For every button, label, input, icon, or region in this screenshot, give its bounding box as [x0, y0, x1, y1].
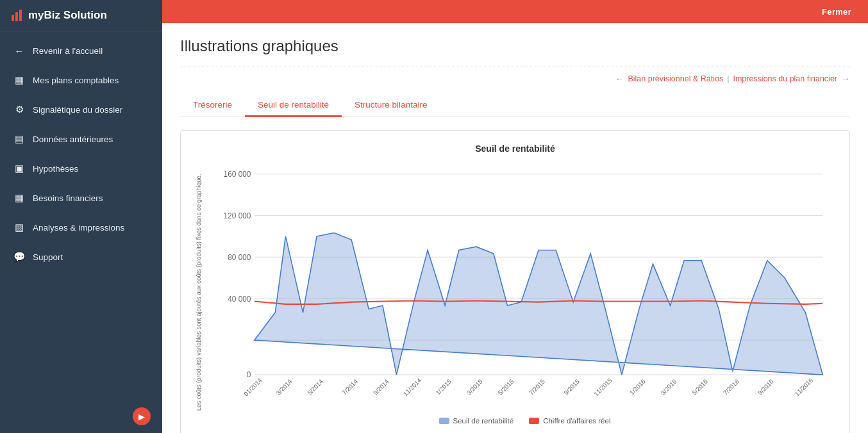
chart-title: Seuil de rentabilité [194, 143, 837, 154]
nav-arrow-right-icon: → [841, 74, 850, 84]
top-bar: Fermer [162, 0, 868, 23]
logo-bar-3 [19, 10, 22, 21]
svg-text:5/2015: 5/2015 [497, 378, 515, 396]
legend-color-seuil [439, 418, 449, 424]
sidebar-item-plans[interactable]: ▦ Mes plans comptables [0, 65, 162, 95]
svg-text:11/2015: 11/2015 [592, 377, 613, 398]
svg-text:01/2014: 01/2014 [242, 377, 263, 398]
area-seuil [255, 233, 822, 375]
legend-item-ca: Chiffre d'affaires réel [529, 417, 610, 425]
nav-link-bilan[interactable]: Bilan prévisionnel & Ratios [628, 74, 723, 83]
svg-text:120 000: 120 000 [224, 211, 251, 220]
svg-text:160 000: 160 000 [224, 170, 251, 179]
sidebar-collapse-button[interactable]: ▶ [133, 407, 151, 425]
content-area: Illustrations graphiques ← Bilan prévisi… [162, 23, 868, 433]
svg-text:7/2015: 7/2015 [528, 378, 546, 396]
sidebar: myBiz Solution ← Revenir à l'accueil ▦ M… [0, 0, 162, 433]
main-area: Fermer Illustrations graphiques ← Bilan … [162, 0, 868, 433]
svg-text:3/2016: 3/2016 [660, 378, 678, 396]
page-title: Illustrations graphiques [180, 37, 850, 55]
chart-legend: Seuil de rentabilité Chiffre d'affaires … [213, 417, 837, 425]
chart-svg: 160 000 120 000 80 000 40 000 0 [213, 160, 837, 409]
svg-text:9/2014: 9/2014 [372, 377, 390, 396]
clipboard-icon: ▣ [13, 163, 25, 174]
sidebar-label-analyses: Analyses & impressions [33, 223, 124, 233]
sidebar-label-accueil: Revenir à l'accueil [33, 46, 103, 56]
svg-text:80 000: 80 000 [228, 253, 251, 262]
sidebar-item-donnees[interactable]: ▤ Données antérieures [0, 124, 162, 154]
sidebar-item-analyses[interactable]: ▨ Analyses & impressions [0, 213, 162, 242]
legend-color-ca [529, 418, 539, 424]
nav-arrow-left-icon: ← [615, 74, 624, 84]
legend-label-seuil: Seuil de rentabilité [453, 417, 514, 425]
svg-text:7/2014: 7/2014 [340, 377, 359, 396]
nav-link-impressions[interactable]: Impressions du plan financier [733, 74, 837, 83]
logo-bar-1 [12, 15, 14, 21]
sidebar-label-donnees: Données antérieures [33, 135, 113, 144]
svg-text:5/2014: 5/2014 [306, 377, 324, 396]
svg-text:3/2014: 3/2014 [275, 377, 294, 396]
svg-text:1/2016: 1/2016 [628, 378, 647, 396]
sidebar-label-plans: Mes plans comptables [33, 76, 119, 85]
fermer-button[interactable]: Fermer [813, 3, 860, 20]
sidebar-label-support: Support [33, 252, 63, 262]
logo-icon [12, 10, 22, 21]
chart-container: Seuil de rentabilité Les coûts (produits… [180, 130, 850, 433]
svg-text:40 000: 40 000 [228, 295, 251, 304]
sidebar-item-besoins[interactable]: ▦ Besoins financiers [0, 183, 162, 213]
gear-icon: ⚙ [13, 104, 25, 115]
sidebar-label-hypotheses: Hypothèses [33, 164, 78, 174]
svg-text:3/2015: 3/2015 [465, 378, 484, 396]
tab-seuil[interactable]: Seuil de rentabilité [245, 94, 342, 117]
y-axis-label: Les coûts (produits) variables sont ajou… [194, 160, 213, 425]
calendar-icon: ▦ [13, 74, 25, 86]
sidebar-item-signaletique[interactable]: ⚙ Signalétique du dossier [0, 95, 162, 124]
data-icon: ▤ [13, 133, 25, 145]
svg-text:11/2014: 11/2014 [402, 377, 423, 398]
chart-inner: 160 000 120 000 80 000 40 000 0 [213, 160, 837, 425]
chart-wrapper: Les coûts (produits) variables sont ajou… [194, 160, 837, 425]
print-icon: ▨ [13, 222, 25, 233]
logo-bar-2 [15, 12, 18, 21]
table-icon: ▦ [13, 192, 25, 204]
svg-text:9/2015: 9/2015 [562, 378, 581, 396]
sidebar-item-accueil[interactable]: ← Revenir à l'accueil [0, 37, 162, 65]
logo-text: myBiz Solution [28, 9, 107, 22]
tab-tresorerie[interactable]: Trésorerie [180, 94, 245, 117]
svg-text:1/2015: 1/2015 [434, 378, 453, 396]
svg-text:11/2016: 11/2016 [794, 377, 815, 398]
tabs: Trésorerie Seuil de rentabilité Structur… [180, 94, 850, 117]
sidebar-bottom: ▶ [0, 400, 162, 433]
logo: myBiz Solution [0, 0, 162, 31]
legend-label-ca: Chiffre d'affaires réel [543, 417, 610, 425]
svg-text:7/2016: 7/2016 [722, 378, 740, 396]
svg-text:9/2016: 9/2016 [756, 378, 775, 396]
sidebar-label-besoins: Besoins financiers [33, 193, 103, 203]
nav-links: ← Bilan prévisionnel & Ratios | Impressi… [180, 67, 850, 84]
sidebar-nav: ← Revenir à l'accueil ▦ Mes plans compta… [0, 31, 162, 400]
nav-separator: | [727, 74, 729, 83]
sidebar-item-hypotheses[interactable]: ▣ Hypothèses [0, 154, 162, 183]
svg-text:5/2016: 5/2016 [690, 378, 709, 396]
sidebar-label-signaletique: Signalétique du dossier [33, 105, 122, 115]
arrow-left-icon: ← [13, 45, 25, 56]
legend-item-seuil: Seuil de rentabilité [439, 417, 514, 425]
svg-text:0: 0 [247, 370, 251, 379]
tab-structure[interactable]: Structure bilantaire [342, 94, 440, 117]
sidebar-item-support[interactable]: 💬 Support [0, 242, 162, 272]
chat-icon: 💬 [13, 251, 25, 263]
